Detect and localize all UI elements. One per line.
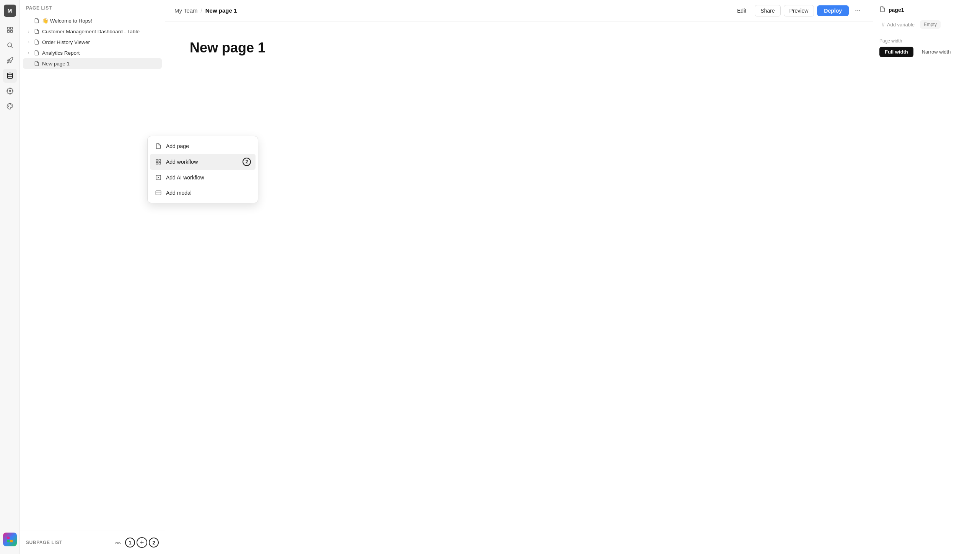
add-page-item[interactable]: Add page: [150, 138, 256, 154]
search-nav-icon[interactable]: [3, 38, 17, 52]
breadcrumb-page: New page 1: [205, 7, 237, 14]
sidebar-item-label: Customer Management Dashboard - Table: [42, 29, 140, 34]
svg-point-6: [9, 90, 11, 92]
add-workflow-label: Add workflow: [166, 159, 198, 165]
sidebar-item-label: Order History Viewer: [42, 39, 90, 45]
sidebar-item-customer[interactable]: › Customer Management Dashboard - Table: [23, 26, 162, 37]
svg-rect-15: [156, 162, 158, 164]
full-width-button[interactable]: Full width: [879, 47, 913, 57]
variable-row: # Add variable Empty: [879, 20, 974, 29]
sidebar-item-label: New page 1: [42, 61, 70, 67]
palette-nav-icon[interactable]: [3, 99, 17, 113]
right-panel-header: page1: [879, 6, 974, 14]
main-content: My Team / New page 1 Edit Share Preview …: [165, 0, 873, 554]
narrow-width-button[interactable]: Narrow width: [917, 47, 956, 57]
breadcrumb: My Team / New page 1: [174, 7, 237, 14]
chevron-icon: ›: [26, 50, 31, 55]
chevron-placeholder: [26, 61, 31, 66]
add-variable-label: Add variable: [887, 22, 915, 28]
chevron-icon: ›: [26, 29, 31, 34]
right-panel: page1 # Add variable Empty Page width Fu…: [873, 0, 980, 554]
sidebar-item-label: 👋 Welcome to Hops!: [42, 18, 92, 24]
chevron-icon: ›: [26, 39, 31, 45]
sidebar: Page list 👋 Welcome to Hops! › Customer …: [20, 0, 165, 554]
subpage-section: Subpage list ABC 1 + 2: [20, 531, 165, 554]
step-2-badge: 2: [149, 538, 159, 547]
svg-rect-13: [159, 160, 161, 161]
add-workflow-item[interactable]: Add workflow 2: [150, 154, 256, 170]
svg-text:ABC: ABC: [115, 541, 121, 544]
svg-rect-3: [10, 31, 12, 33]
svg-point-4: [8, 43, 12, 47]
subpage-list-label: Subpage list: [26, 540, 62, 545]
database-nav-icon[interactable]: [3, 69, 17, 83]
add-ai-workflow-label: Add AI workflow: [166, 174, 204, 181]
right-panel-page-name: page1: [889, 7, 904, 13]
width-options: Full width Narrow width: [879, 47, 974, 57]
page-doc-icon: [34, 39, 40, 45]
add-modal-label: Add modal: [166, 190, 192, 196]
hash-icon: #: [882, 21, 885, 28]
add-ai-workflow-icon: [155, 174, 162, 181]
sidebar-item-analytics[interactable]: › Analytics Report: [23, 47, 162, 58]
empty-badge: Empty: [920, 20, 941, 29]
add-modal-icon: [155, 189, 162, 197]
sidebar-item-order[interactable]: › Order History Viewer: [23, 37, 162, 47]
sidebar-item-label: Analytics Report: [42, 50, 80, 56]
rocket-nav-icon[interactable]: [3, 54, 17, 67]
svg-point-8: [11, 106, 11, 106]
topbar-actions: Edit Share Preview Deploy ···: [732, 4, 864, 17]
pages-nav-icon[interactable]: [3, 23, 17, 37]
icon-rail: M: [0, 0, 20, 554]
topbar: My Team / New page 1 Edit Share Preview …: [165, 0, 873, 21]
svg-rect-14: [159, 162, 161, 164]
avatar[interactable]: M: [4, 5, 16, 17]
width-section: Page width Full width Narrow width: [879, 38, 974, 57]
add-variable-button[interactable]: # Add variable: [879, 20, 917, 29]
sidebar-item-newpage[interactable]: New page 1: [23, 58, 162, 69]
share-button[interactable]: Share: [755, 5, 780, 16]
page-doc-icon: [34, 50, 40, 56]
svg-point-5: [7, 73, 13, 75]
settings-nav-icon[interactable]: [3, 84, 17, 98]
page-body: New page 1: [165, 21, 873, 554]
svg-rect-0: [7, 27, 9, 29]
page-doc-icon: [34, 18, 40, 24]
preview-button[interactable]: Preview: [784, 5, 814, 16]
abc-button[interactable]: ABC: [114, 538, 123, 547]
breadcrumb-separator: /: [201, 7, 202, 14]
subpage-actions: ABC 1 + 2: [114, 537, 159, 548]
more-options-button[interactable]: ···: [852, 4, 864, 17]
add-modal-item[interactable]: Add modal: [150, 185, 256, 200]
add-item-dropdown: Add page Add workflow 2 Add AI workflow …: [147, 136, 258, 203]
svg-rect-1: [10, 27, 12, 29]
breadcrumb-team: My Team: [174, 7, 198, 14]
right-panel-page-icon: [879, 6, 886, 14]
svg-rect-17: [156, 191, 161, 195]
page-doc-icon: [34, 60, 40, 67]
page-list: 👋 Welcome to Hops! › Customer Management…: [20, 14, 165, 531]
deploy-button[interactable]: Deploy: [817, 5, 849, 16]
page-width-label: Page width: [879, 38, 974, 44]
edit-button[interactable]: Edit: [732, 5, 752, 16]
add-page-label: Add page: [166, 143, 189, 149]
subpage-header: Subpage list ABC 1 + 2: [23, 536, 162, 549]
add-ai-workflow-item[interactable]: Add AI workflow: [150, 170, 256, 185]
sidebar-item-welcome[interactable]: 👋 Welcome to Hops!: [23, 15, 162, 26]
svg-point-10: [8, 106, 8, 107]
chevron-placeholder: [26, 18, 31, 23]
svg-rect-2: [7, 31, 9, 33]
svg-point-9: [9, 105, 9, 105]
add-page-icon: [155, 142, 162, 150]
step-1-badge: 1: [125, 538, 135, 547]
svg-point-7: [10, 105, 10, 105]
add-workflow-icon: [155, 158, 162, 166]
add-subpage-button[interactable]: +: [137, 537, 147, 548]
step-2-dropdown-badge: 2: [243, 158, 251, 166]
app-logo[interactable]: [3, 533, 17, 546]
page-list-header: Page list: [20, 0, 165, 14]
page-title: New page 1: [190, 40, 848, 56]
svg-rect-12: [156, 160, 158, 161]
page-doc-icon: [34, 28, 40, 34]
